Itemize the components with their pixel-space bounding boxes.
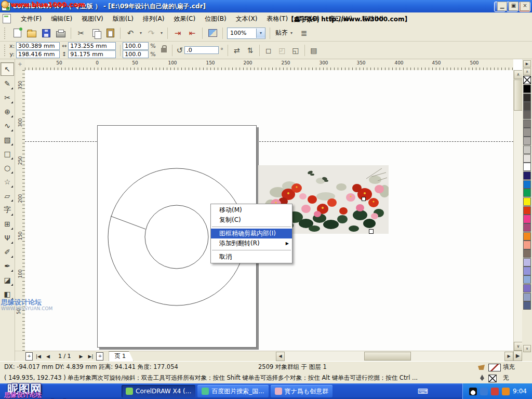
print-button[interactable] bbox=[54, 26, 68, 40]
mirror-horizontal-button[interactable]: ⇄ bbox=[230, 44, 244, 57]
context-menu-item-add-to-rollover[interactable]: 添加到翻转(R) ▶ bbox=[211, 238, 292, 248]
color-swatch[interactable] bbox=[523, 293, 531, 301]
new-button[interactable] bbox=[10, 26, 24, 40]
basic-shapes-tool[interactable]: ▱ bbox=[1, 190, 14, 202]
menu-item[interactable]: 效果(C) bbox=[169, 13, 200, 25]
color-swatch[interactable] bbox=[523, 189, 531, 197]
doc-close-button[interactable]: × bbox=[520, 2, 530, 11]
pick-tool[interactable]: ↖ bbox=[1, 62, 14, 76]
eyedropper-tool[interactable]: ✐ bbox=[1, 246, 14, 258]
doc-restore-button[interactable]: ▣ bbox=[509, 2, 518, 11]
lock-ratio-icon[interactable] bbox=[161, 48, 167, 52]
next-page-button[interactable]: ▶ bbox=[77, 354, 85, 359]
toolbar-grip[interactable] bbox=[4, 45, 7, 56]
palette-flyout-button[interactable]: ▶ bbox=[523, 60, 531, 68]
copy-button[interactable] bbox=[89, 26, 102, 40]
task-baidu[interactable]: 百度图片搜索_国... bbox=[197, 385, 268, 397]
color-swatch[interactable] bbox=[523, 119, 531, 128]
color-swatch[interactable] bbox=[523, 232, 531, 241]
add-page-button[interactable]: + bbox=[96, 352, 103, 361]
rotation-angle-field[interactable]: .0 bbox=[184, 46, 219, 54]
outline-color-swatch[interactable] bbox=[488, 375, 497, 382]
color-swatch[interactable] bbox=[523, 171, 531, 180]
color-swatch[interactable] bbox=[523, 301, 531, 310]
color-swatch[interactable] bbox=[523, 197, 531, 206]
toolbar-grip[interactable] bbox=[4, 28, 7, 39]
color-swatch[interactable] bbox=[523, 137, 531, 145]
color-swatch[interactable] bbox=[523, 102, 531, 110]
doc-minimize-button[interactable]: ▁ bbox=[497, 2, 507, 11]
ellipse-tool[interactable]: ○ bbox=[1, 162, 14, 174]
redo-button[interactable]: ↷ bbox=[144, 26, 158, 40]
menu-item[interactable]: 文件(F) bbox=[16, 13, 46, 25]
object-height-field[interactable]: 91.175 mm bbox=[68, 50, 116, 58]
undo-button[interactable]: ↶ bbox=[124, 26, 137, 40]
first-page-button[interactable]: |◀ bbox=[34, 354, 43, 359]
navigator-button[interactable]: ▶ bbox=[513, 351, 522, 361]
cut-button[interactable]: ✂ bbox=[74, 26, 88, 40]
vertical-scroll-thumb[interactable] bbox=[514, 79, 523, 111]
horizontal-scrollbar[interactable]: ◀ ▶ bbox=[276, 351, 513, 362]
zoom-level-select[interactable]: 100% ▾ bbox=[227, 28, 265, 39]
color-swatch[interactable] bbox=[523, 145, 531, 154]
menu-item[interactable]: 版面(L) bbox=[108, 13, 138, 25]
shape-tool[interactable]: ✎ bbox=[1, 77, 14, 90]
open-button[interactable] bbox=[25, 26, 38, 40]
menu-item[interactable]: 位图(B) bbox=[200, 13, 231, 25]
chevron-down-icon[interactable]: ▾ bbox=[256, 29, 265, 38]
selection-handle[interactable] bbox=[369, 229, 374, 234]
color-swatch[interactable] bbox=[523, 206, 531, 215]
menu-item[interactable]: 文本(X) bbox=[231, 13, 262, 25]
add-page-button[interactable]: + bbox=[25, 352, 33, 361]
last-page-button[interactable]: ▶| bbox=[86, 354, 96, 359]
selection-handle[interactable] bbox=[362, 197, 366, 201]
color-swatch[interactable] bbox=[523, 223, 531, 232]
palette-scroll-up-button[interactable]: ∧ bbox=[523, 68, 531, 75]
tray-clock[interactable]: 9:04 bbox=[513, 388, 527, 395]
combine-button[interactable]: ◱ bbox=[289, 44, 302, 57]
freehand-tool[interactable]: ∿ bbox=[1, 119, 14, 132]
smart-fill-tool[interactable]: ▧ bbox=[1, 134, 14, 146]
dictionary-icon[interactable] bbox=[502, 388, 510, 395]
scale-h-field[interactable]: 100.0 bbox=[123, 42, 149, 50]
horizontal-scroll-thumb[interactable] bbox=[364, 352, 411, 361]
scroll-right-button[interactable]: ▶ bbox=[504, 352, 513, 361]
color-swatch[interactable] bbox=[523, 258, 531, 267]
menu-item[interactable]: 编辑(E) bbox=[46, 13, 77, 25]
blend-tool[interactable]: Ψ bbox=[1, 232, 14, 244]
scroll-down-button[interactable]: ∨ bbox=[514, 342, 523, 351]
fill-tool[interactable]: ◪ bbox=[1, 274, 14, 286]
options-button[interactable]: ≣ bbox=[297, 26, 311, 40]
color-swatch[interactable] bbox=[523, 284, 531, 292]
qq-icon[interactable] bbox=[469, 388, 477, 395]
page-tab[interactable]: 页 1 bbox=[109, 351, 134, 362]
color-swatch[interactable] bbox=[523, 249, 531, 258]
zoom-tool[interactable]: ⊕ bbox=[1, 105, 14, 118]
menu-item[interactable]: 排列(A) bbox=[138, 13, 169, 25]
context-menu-item-copy[interactable]: 复制(C) bbox=[211, 215, 292, 225]
polygon-tool[interactable]: ☆ bbox=[1, 176, 14, 188]
color-swatch[interactable] bbox=[523, 94, 531, 102]
ruler-origin[interactable]: + bbox=[15, 59, 25, 71]
vertical-scrollbar[interactable]: ∧ ∨ bbox=[513, 70, 523, 351]
outline-tool[interactable]: ✒ bbox=[1, 260, 14, 272]
paste-button[interactable] bbox=[103, 26, 117, 40]
messenger-icon[interactable] bbox=[480, 388, 488, 395]
object-width-field[interactable]: 173.255 mm bbox=[68, 42, 116, 50]
palette-scroll-down-button[interactable]: ∨ bbox=[523, 345, 531, 352]
mirror-vertical-button[interactable]: ⇅ bbox=[244, 44, 257, 57]
save-button[interactable] bbox=[39, 26, 53, 40]
color-swatch[interactable] bbox=[523, 267, 531, 275]
ungroup-all-button[interactable]: ◰ bbox=[275, 44, 289, 57]
color-swatch[interactable] bbox=[523, 241, 531, 249]
scroll-up-button[interactable]: ∧ bbox=[514, 70, 523, 79]
scale-v-field[interactable]: 100.0 bbox=[123, 50, 149, 58]
security-icon[interactable] bbox=[491, 388, 499, 395]
start-area[interactable]: 昵图网 www.nipic.com 思缘设计论坛 WWW.MISSYUAN.CO… bbox=[0, 383, 119, 399]
import-button[interactable]: ⇥ bbox=[171, 26, 184, 40]
x-position-field[interactable]: 300.389 mm bbox=[16, 42, 60, 50]
color-swatch[interactable] bbox=[523, 275, 531, 284]
scroll-left-button[interactable]: ◀ bbox=[276, 352, 285, 361]
task-coreldraw[interactable]: CorelDRAW X4 (... bbox=[122, 385, 195, 397]
previous-page-button[interactable]: ◀ bbox=[44, 354, 52, 359]
